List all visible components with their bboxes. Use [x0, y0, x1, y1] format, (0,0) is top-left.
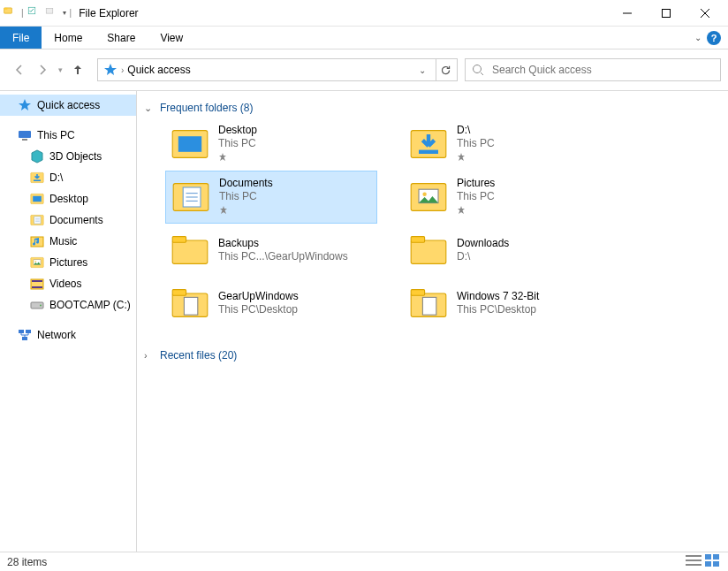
search-icon — [471, 63, 485, 77]
folder-tile[interactable]: DocumentsThis PC — [165, 171, 377, 224]
ribbon-collapse-icon[interactable]: ⌄ — [694, 33, 701, 42]
ribbon-tab-home[interactable]: Home — [42, 27, 95, 49]
minimize-button[interactable] — [608, 1, 647, 26]
documents-icon — [30, 213, 44, 227]
svg-rect-5 — [663, 9, 671, 17]
ribbon-tab-share[interactable]: Share — [95, 27, 148, 49]
network-icon — [18, 328, 32, 342]
quick-access-star-icon — [103, 63, 118, 77]
tree-label: This PC — [37, 129, 75, 141]
tile-location: This PC\Desktop — [218, 303, 299, 316]
nav-up-button[interactable] — [67, 59, 88, 80]
refresh-button[interactable] — [436, 59, 455, 80]
tile-location: This PC — [457, 137, 495, 150]
tree-item[interactable]: 3D Objects — [0, 146, 136, 167]
folder-tile[interactable]: D:\This PC — [404, 118, 616, 171]
explorer-app-icon — [4, 6, 18, 20]
folder-tile[interactable]: Windows 7 32-BitThis PC\Desktop — [404, 277, 616, 330]
svg-rect-61 — [713, 554, 719, 560]
tree-item[interactable]: Desktop — [0, 188, 136, 209]
view-tiles-button[interactable] — [705, 554, 721, 569]
pin-icon — [457, 205, 495, 218]
tile-name: Desktop — [218, 124, 257, 137]
ribbon-tab-file[interactable]: File — [0, 27, 42, 49]
tile-name: Backups — [218, 237, 348, 250]
downloads-icon — [409, 125, 448, 164]
svg-rect-17 — [33, 196, 42, 202]
svg-rect-60 — [705, 554, 711, 560]
desktop-icon — [171, 125, 209, 164]
tree-item[interactable]: Music — [0, 231, 136, 252]
svg-rect-63 — [713, 561, 719, 567]
svg-rect-56 — [422, 297, 436, 315]
folder-tile[interactable]: DesktopThis PC — [165, 118, 377, 171]
ribbon-tab-view[interactable]: View — [148, 27, 195, 49]
tile-location: This PC...\GearUpWindows — [218, 250, 348, 263]
group-frequent-folders[interactable]: ⌄ Frequent folders (8) — [144, 102, 717, 114]
downloads-icon — [30, 171, 44, 185]
tile-name: Windows 7 32-Bit — [457, 290, 539, 303]
tile-location: This PC — [457, 190, 495, 203]
pin-icon — [219, 205, 273, 218]
tile-name: Pictures — [457, 177, 495, 190]
quick-access-star-icon — [18, 98, 32, 112]
tile-location: This PC — [218, 137, 257, 150]
tree-quick-access[interactable]: Quick access — [0, 95, 136, 116]
svg-rect-52 — [172, 290, 186, 296]
svg-rect-38 — [419, 150, 438, 154]
svg-marker-8 — [104, 64, 117, 75]
address-bar[interactable]: › Quick access ⌄ — [97, 58, 458, 81]
tree-item[interactable]: BOOTCAMP (C:) — [0, 294, 136, 316]
tree-label: Quick access — [37, 99, 100, 111]
svg-rect-59 — [686, 564, 701, 566]
qat-properties-icon[interactable] — [27, 6, 42, 20]
svg-line-10 — [481, 72, 483, 75]
svg-rect-55 — [411, 290, 424, 296]
maximize-button[interactable] — [647, 1, 686, 26]
music-icon — [30, 234, 44, 248]
close-button[interactable] — [686, 1, 724, 26]
group-recent-files[interactable]: › Recent files (20) — [144, 349, 717, 362]
nav-forward-button[interactable] — [32, 59, 53, 80]
svg-rect-13 — [22, 139, 27, 141]
tree-label: 3D Objects — [49, 150, 102, 163]
folder-tile[interactable]: PicturesThis PC — [404, 171, 616, 224]
folder-tile[interactable]: DownloadsD:\ — [404, 224, 616, 277]
address-dropdown[interactable]: ⌄ — [413, 59, 432, 80]
documents-icon — [171, 178, 210, 217]
cube-icon — [30, 149, 44, 164]
tree-this-pc[interactable]: This PC — [0, 125, 136, 146]
qat-newfolder-icon[interactable] — [45, 6, 59, 20]
folder-icon — [409, 231, 448, 270]
folder-tile[interactable]: BackupsThis PC...\GearUpWindows — [165, 224, 377, 277]
help-icon[interactable]: ? — [707, 31, 721, 45]
svg-rect-53 — [184, 297, 197, 315]
search-box[interactable] — [465, 58, 721, 81]
tile-name: Downloads — [457, 237, 509, 250]
folder-tile[interactable]: GearUpWindowsThis PC\Desktop — [165, 277, 377, 330]
svg-rect-62 — [705, 561, 711, 567]
svg-rect-12 — [19, 131, 31, 138]
svg-rect-15 — [34, 179, 41, 181]
tree-item[interactable]: Videos — [0, 273, 136, 294]
tile-name: Documents — [219, 177, 273, 190]
svg-point-26 — [35, 261, 37, 263]
pin-icon — [457, 152, 495, 165]
breadcrumb-quick-access[interactable]: Quick access — [127, 64, 190, 76]
pictures-icon — [30, 255, 44, 270]
tree-network[interactable]: Network — [0, 324, 136, 346]
qat-dropdown-icon[interactable]: ▾ — [63, 9, 66, 17]
pictures-icon — [409, 178, 448, 217]
search-input[interactable] — [490, 63, 715, 77]
nav-back-button[interactable] — [9, 59, 30, 80]
tree-item[interactable]: Pictures — [0, 252, 136, 273]
svg-rect-33 — [26, 330, 31, 333]
tile-name: GearUpWindows — [218, 290, 299, 303]
svg-rect-49 — [411, 240, 446, 263]
tree-item[interactable]: Documents — [0, 209, 136, 231]
nav-recent-dropdown[interactable]: ▾ — [55, 59, 65, 80]
svg-rect-29 — [32, 286, 42, 288]
svg-rect-3 — [46, 8, 53, 13]
tree-item[interactable]: D:\ — [0, 167, 136, 188]
view-details-button[interactable] — [686, 554, 701, 569]
